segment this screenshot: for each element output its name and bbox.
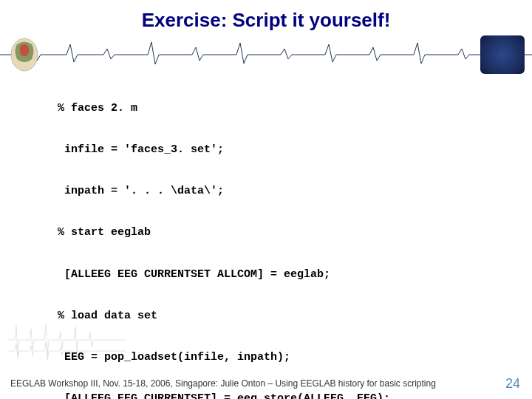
page-number: 24	[505, 376, 520, 392]
code-line: inpath = '. . . \data\';	[58, 185, 502, 199]
code-line: [ALLEEG EEG CURRENTSET ALLCOM] = eeglab;	[58, 268, 502, 282]
eeg-waveform-decoration	[0, 38, 532, 68]
slide-title: Exercise: Script it yourself!	[0, 0, 532, 32]
code-line: [ALLEEG EEG CURRENTSET] = eeg_store(ALLE…	[58, 392, 502, 399]
code-line: % start eeglab	[58, 226, 502, 240]
code-line: infile = 'faces_3. set';	[58, 143, 502, 157]
slide: Exercise: Script it yourself! % faces 2.…	[0, 0, 532, 399]
slide-footer: EEGLAB Workshop III, Nov. 15-18, 2006, S…	[10, 378, 436, 389]
faint-waveform-decoration	[7, 318, 126, 362]
sccn-logo	[480, 35, 525, 74]
brain-head-icon	[6, 35, 43, 72]
code-line: % faces 2. m	[58, 102, 502, 116]
